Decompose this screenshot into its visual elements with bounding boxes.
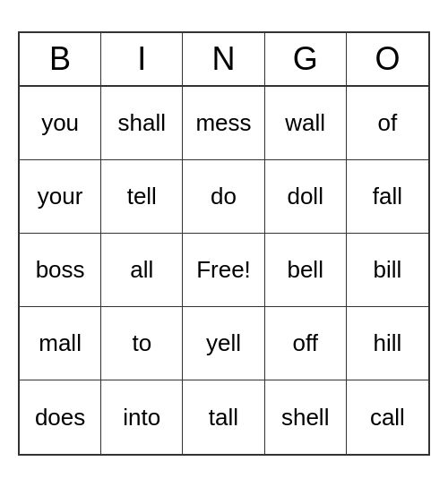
bingo-cell-r4-c3: shell [265, 380, 347, 454]
bingo-cell-r2-c3: bell [265, 234, 347, 307]
bingo-cell-r4-c0: does [20, 380, 101, 454]
bingo-cell-r1-c0: your [20, 160, 101, 234]
header-letter-n: N [183, 33, 264, 85]
bingo-header: BINGO [20, 33, 428, 87]
bingo-cell-r0-c3: wall [265, 87, 347, 160]
bingo-cell-r4-c1: into [101, 380, 183, 454]
bingo-cell-r0-c0: you [20, 87, 101, 160]
bingo-cell-r2-c0: boss [20, 234, 101, 307]
bingo-cell-r1-c3: doll [265, 160, 347, 234]
bingo-cell-r1-c2: do [183, 160, 264, 234]
bingo-cell-r3-c3: off [265, 307, 347, 380]
bingo-cell-r3-c4: hill [347, 307, 428, 380]
bingo-cell-r0-c2: mess [183, 87, 264, 160]
bingo-grid: youshallmesswallofyourtelldodollfallboss… [20, 87, 428, 454]
bingo-cell-r0-c4: of [347, 87, 428, 160]
header-letter-i: I [101, 33, 183, 85]
bingo-cell-r4-c2: tall [183, 380, 264, 454]
bingo-cell-r1-c1: tell [101, 160, 183, 234]
bingo-cell-r3-c2: yell [183, 307, 264, 380]
header-letter-o: O [347, 33, 428, 85]
bingo-cell-r2-c1: all [101, 234, 183, 307]
bingo-cell-r2-c2: Free! [183, 234, 264, 307]
bingo-card: BINGO youshallmesswallofyourtelldodollfa… [18, 31, 430, 456]
bingo-cell-r3-c1: to [101, 307, 183, 380]
header-letter-b: B [20, 33, 101, 85]
bingo-cell-r2-c4: bill [347, 234, 428, 307]
bingo-cell-r0-c1: shall [101, 87, 183, 160]
bingo-cell-r3-c0: mall [20, 307, 101, 380]
bingo-cell-r4-c4: call [347, 380, 428, 454]
header-letter-g: G [265, 33, 347, 85]
bingo-cell-r1-c4: fall [347, 160, 428, 234]
